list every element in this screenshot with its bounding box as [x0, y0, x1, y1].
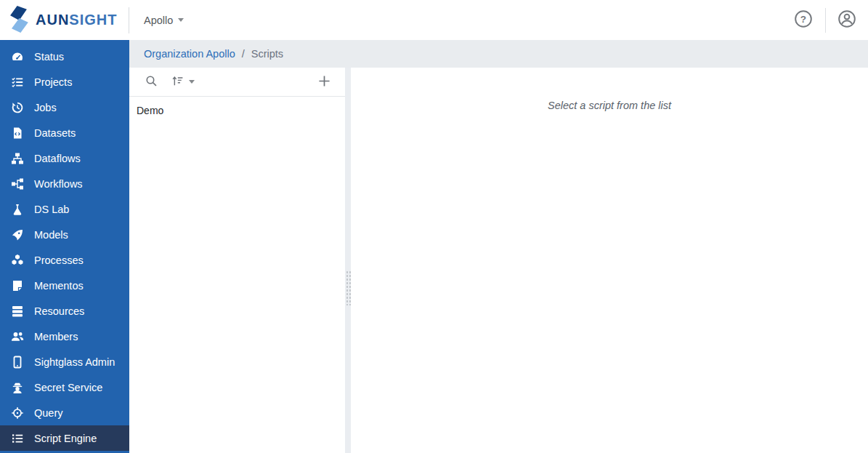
search-icon — [145, 75, 158, 89]
sidebar-item-label: Members — [34, 331, 78, 342]
account-icon — [837, 9, 856, 31]
crosshairs-icon — [10, 406, 25, 420]
sidebar-item-sightglass-admin[interactable]: Sightglass Admin — [0, 349, 129, 374]
sidebar-item-members[interactable]: Members — [0, 324, 129, 349]
scripts-toolbar — [129, 68, 345, 97]
sidebar-item-label: Jobs — [34, 102, 57, 113]
plus-icon — [318, 75, 330, 89]
sidebar-item-label: Dataflows — [34, 153, 81, 164]
sitemap-icon — [10, 152, 25, 165]
task-list-icon — [10, 76, 25, 89]
sidebar-item-workflows[interactable]: Workflows — [0, 171, 129, 196]
help-icon: ? — [794, 9, 813, 31]
sidebar-item-dataflows[interactable]: Dataflows — [0, 145, 129, 171]
sticky-note-icon — [10, 279, 25, 292]
cubes-icon — [10, 254, 25, 267]
content-area: Demo Select a script from the list — [129, 68, 868, 453]
sidebar-item-projects[interactable]: Projects — [0, 69, 129, 95]
sidebar-item-label: Query — [34, 407, 63, 419]
sidebar-item-script-engine[interactable]: Script Engine — [0, 425, 129, 451]
user-secret-icon — [10, 381, 25, 394]
sidebar-item-label: Secret Service — [34, 382, 102, 393]
caret-down-icon — [189, 80, 195, 84]
brand: AUNSIGHT — [0, 5, 129, 36]
history-icon — [10, 101, 25, 114]
sidebar-item-models[interactable]: Models — [0, 222, 129, 247]
app-header: AUNSIGHT Apollo ? — [0, 0, 868, 40]
sidebar-item-label: Resources — [34, 305, 84, 317]
brand-wordmark: AUNSIGHT — [36, 12, 117, 28]
sidebar-item-label: Models — [34, 229, 68, 241]
sidebar-item-label: Datasets — [34, 127, 76, 139]
caret-down-icon — [178, 18, 184, 22]
sort-button[interactable] — [171, 75, 195, 89]
sidebar-item-query[interactable]: Query — [0, 400, 129, 425]
list-icon — [10, 432, 25, 445]
grip-dots-icon — [346, 270, 351, 305]
sidebar-item-label: DS Lab — [34, 204, 69, 215]
sidebar-item-datasets[interactable]: Datasets — [0, 120, 129, 145]
sidebar-item-secret-service[interactable]: Secret Service — [0, 374, 129, 400]
flow-icon — [10, 177, 25, 191]
sidebar-item-label: Script Engine — [34, 433, 97, 444]
search-button[interactable] — [145, 75, 158, 89]
tablet-icon — [10, 356, 25, 369]
sidebar-item-jobs[interactable]: Jobs — [0, 95, 129, 120]
sidebar-item-label: Sightglass Admin — [34, 356, 115, 368]
script-list-item[interactable]: Demo — [137, 103, 345, 118]
sidebar-item-resources[interactable]: Resources — [0, 298, 129, 324]
scripts-list-panel: Demo — [129, 68, 345, 453]
aunsight-logo-icon — [8, 5, 29, 36]
sidebar-item-label: Projects — [34, 76, 72, 88]
svg-text:?: ? — [800, 14, 806, 25]
main-panel: Select a script from the list — [351, 68, 868, 453]
breadcrumb: Organization Apollo / Scripts — [129, 40, 868, 68]
panel-resize-handle[interactable] — [345, 68, 351, 453]
breadcrumb-org-link[interactable]: Organization Apollo — [144, 48, 235, 60]
add-script-button[interactable] — [318, 75, 330, 89]
header-divider — [129, 7, 129, 33]
file-code-icon — [10, 127, 25, 140]
aunsight-app: AUNSIGHT Apollo ? — [0, 0, 868, 453]
account-button[interactable] — [837, 9, 856, 31]
server-icon — [10, 305, 25, 318]
gauge-icon — [10, 50, 25, 63]
help-button[interactable]: ? — [794, 9, 813, 31]
breadcrumb-separator: / — [242, 48, 245, 60]
users-icon — [10, 330, 25, 343]
sort-ascending-icon — [171, 75, 184, 89]
empty-state-message: Select a script from the list — [351, 100, 868, 111]
sidebar-item-status[interactable]: Status — [0, 44, 129, 69]
sidebar-item-ds-lab[interactable]: DS Lab — [0, 196, 129, 222]
sidebar-item-processes[interactable]: Processes — [0, 247, 129, 273]
header-actions: ? — [794, 8, 868, 33]
sidebar-item-label: Processes — [34, 254, 84, 266]
shuttle-icon — [10, 228, 25, 241]
sidebar-item-label: Workflows — [34, 178, 83, 190]
header-divider — [825, 8, 826, 33]
sidebar-item-mementos[interactable]: Mementos — [0, 273, 129, 298]
sidebar: StatusProjectsJobsDatasetsDataflowsWorkf… — [0, 40, 129, 453]
script-list: Demo — [129, 97, 345, 118]
breadcrumb-current: Scripts — [251, 48, 283, 60]
sidebar-item-label: Mementos — [34, 280, 84, 292]
org-selector-dropdown[interactable]: Apollo — [144, 15, 184, 26]
flask-icon — [10, 203, 25, 216]
sidebar-item-label: Status — [34, 51, 64, 63]
org-selector-label: Apollo — [144, 15, 173, 26]
